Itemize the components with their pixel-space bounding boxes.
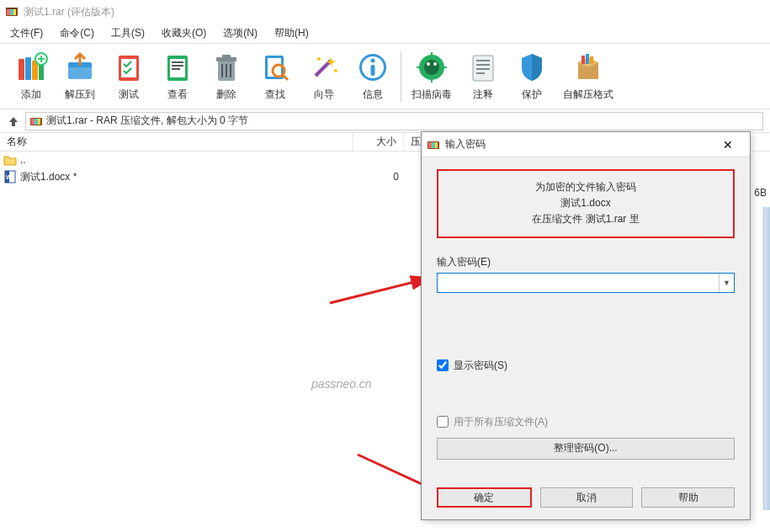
use-all-checkbox[interactable] — [437, 416, 449, 428]
tool-add[interactable]: 添加 — [7, 47, 56, 105]
menu-command[interactable]: 命令(C) — [53, 24, 101, 43]
col-name[interactable]: 名称 — [0, 133, 353, 151]
menu-options[interactable]: 选项(N) — [216, 24, 264, 43]
svg-rect-21 — [222, 55, 231, 58]
password-dialog: 输入密码 ✕ 为加密的文件输入密码 测试1.docx 在压缩文件 测试1.rar… — [421, 131, 751, 520]
svg-rect-6 — [25, 57, 31, 80]
dialog-body: 为加密的文件输入密码 测试1.docx 在压缩文件 测试1.rar 里 输入密码… — [422, 157, 750, 519]
tool-protect[interactable]: 保护 — [507, 47, 556, 105]
svg-point-38 — [427, 62, 430, 66]
dialog-title: 输入密码 — [445, 137, 711, 152]
tool-info[interactable]: 信息 — [348, 47, 397, 105]
svg-rect-22 — [221, 64, 223, 77]
dialog-buttons: 确定 取消 帮助 — [437, 487, 735, 508]
help-button[interactable]: 帮助 — [641, 487, 735, 508]
delete-icon — [210, 51, 243, 84]
prompt-line-2: 测试1.docx — [449, 195, 723, 211]
tool-wizard[interactable]: 向导 — [300, 47, 348, 105]
wizard-icon — [307, 51, 341, 84]
svg-rect-35 — [371, 65, 375, 76]
svg-rect-5 — [19, 59, 24, 80]
svg-rect-52 — [590, 56, 593, 64]
svg-rect-16 — [172, 61, 183, 63]
tool-view[interactable]: 查看 — [153, 47, 202, 105]
tool-test[interactable]: 测试 — [104, 47, 153, 105]
tool-comment[interactable]: 注释 — [459, 47, 507, 105]
path-text: 测试1.rar - RAR 压缩文件, 解包大小为 0 字节 — [46, 114, 248, 128]
tool-extract[interactable]: 解压到 — [56, 47, 104, 105]
sfx-box-icon — [571, 51, 605, 84]
virus-icon — [415, 51, 449, 84]
up-arrow-icon[interactable] — [7, 114, 20, 128]
svg-point-31 — [334, 69, 337, 72]
svg-rect-23 — [226, 64, 227, 77]
truncated-text: 6B — [754, 187, 767, 199]
svg-rect-3 — [13, 9, 16, 15]
svg-rect-65 — [435, 142, 438, 148]
svg-rect-2 — [10, 9, 13, 15]
menu-help[interactable]: 帮助(H) — [268, 24, 316, 43]
test-icon — [112, 51, 146, 84]
toolbar: 添加 解压到 测试 查看 删除 查找 向导 信息 扫描病毒 注释 保护 — [0, 44, 770, 109]
svg-text:W: W — [6, 174, 12, 180]
use-all-row: 用于所有压缩文件(A) — [437, 415, 735, 429]
svg-rect-1 — [7, 9, 10, 15]
view-icon — [161, 51, 194, 84]
svg-rect-48 — [476, 72, 485, 74]
svg-line-29 — [316, 61, 331, 76]
winrar-app-icon — [5, 5, 19, 19]
svg-rect-18 — [172, 68, 180, 70]
svg-rect-47 — [476, 68, 490, 70]
watermark: passneo.cn — [311, 377, 372, 391]
close-button[interactable]: ✕ — [711, 133, 745, 157]
side-panel-edge — [763, 207, 770, 510]
svg-rect-63 — [428, 142, 432, 148]
ok-button[interactable]: 确定 — [437, 487, 532, 508]
password-input[interactable] — [438, 274, 719, 292]
dialog-titlebar: 输入密码 ✕ — [422, 132, 750, 157]
tool-sfx[interactable]: 自解压格式 — [556, 47, 620, 105]
shield-icon — [515, 51, 549, 84]
svg-point-30 — [317, 57, 321, 61]
prompt-box: 为加密的文件输入密码 测试1.docx 在压缩文件 测试1.rar 里 — [437, 169, 735, 238]
organize-passwords-button[interactable]: 整理密码(O)... — [437, 438, 735, 460]
menubar: 文件(F) 命令(C) 工具(S) 收藏夹(O) 选项(N) 帮助(H) — [0, 24, 770, 44]
svg-rect-17 — [172, 65, 183, 66]
folder-up-icon — [3, 153, 17, 167]
svg-point-39 — [433, 62, 437, 66]
tool-virus-scan[interactable]: 扫描病毒 — [405, 47, 459, 105]
svg-rect-45 — [476, 60, 490, 61]
svg-line-60 — [330, 278, 431, 303]
show-password-checkbox[interactable] — [437, 359, 449, 371]
winrar-archive-icon — [29, 114, 43, 128]
prompt-line-1: 为加密的文件输入密码 — [449, 179, 723, 195]
svg-rect-13 — [121, 59, 136, 77]
window-title: 测试1.rar (评估版本) — [24, 5, 114, 19]
extract-icon — [63, 51, 97, 84]
info-icon — [356, 51, 390, 84]
svg-line-28 — [283, 75, 288, 80]
titlebar: 测试1.rar (评估版本) — [0, 0, 770, 24]
show-password-row: 显示密码(S) — [437, 359, 735, 373]
docx-icon: W — [3, 170, 17, 184]
cancel-button[interactable]: 取消 — [540, 487, 634, 508]
prompt-line-3: 在压缩文件 测试1.rar 里 — [449, 211, 723, 227]
tool-find[interactable]: 查找 — [251, 47, 300, 105]
menu-favorites[interactable]: 收藏夹(O) — [155, 24, 213, 43]
winrar-app-icon — [427, 138, 440, 152]
show-password-label: 显示密码(S) — [454, 359, 507, 373]
svg-rect-46 — [476, 64, 490, 66]
comment-icon — [466, 51, 500, 84]
pathbar: 测试1.rar - RAR 压缩文件, 解包大小为 0 字节 — [0, 109, 770, 133]
path-box[interactable]: 测试1.rar - RAR 压缩文件, 解包大小为 0 字节 — [25, 112, 763, 130]
password-label: 输入密码(E) — [437, 255, 735, 269]
svg-rect-64 — [432, 142, 435, 148]
password-combo: ▼ — [437, 273, 735, 293]
tool-delete[interactable]: 删除 — [202, 47, 251, 105]
use-all-label: 用于所有压缩文件(A) — [454, 415, 548, 429]
col-size[interactable]: 大小 — [353, 133, 404, 151]
dropdown-arrow-icon[interactable]: ▼ — [719, 274, 734, 292]
menu-file[interactable]: 文件(F) — [3, 24, 50, 43]
menu-tools[interactable]: 工具(S) — [104, 24, 151, 43]
svg-rect-51 — [586, 54, 589, 64]
